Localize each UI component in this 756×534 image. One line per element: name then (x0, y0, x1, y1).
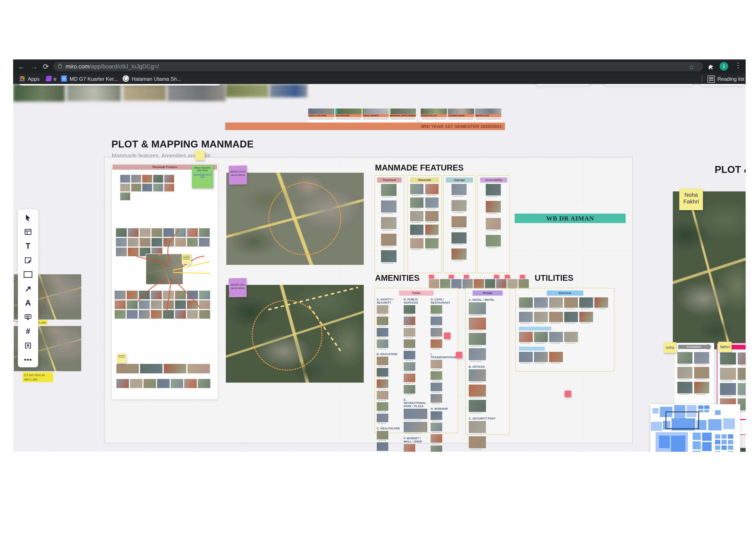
fakhri-small-sticky[interactable]: fakhri (718, 342, 732, 352)
photo-thumbs (410, 184, 440, 252)
browser-menu-icon[interactable]: ⋮ (735, 61, 742, 69)
bookmark-e[interactable]: e (54, 76, 56, 82)
manmade-column-accessibility[interactable]: Accessibility (477, 175, 510, 273)
manmade-column-signage[interactable]: Signage (443, 175, 475, 273)
macro-sticky-note[interactable]: MACRO 1km site Dr Aiman (229, 278, 247, 297)
bookmark-favicon[interactable] (45, 76, 52, 81)
bookmark-globe-icon[interactable] (122, 75, 129, 82)
shape-tool-icon[interactable] (18, 267, 38, 282)
photo-thumb (410, 211, 423, 221)
profile-avatar[interactable]: i (719, 62, 728, 71)
photo-thumb (451, 232, 467, 243)
right-page-title[interactable]: PLOT & (715, 164, 746, 175)
reading-list-icon[interactable] (708, 75, 715, 83)
amenities-private-box[interactable]: Private A. HOTEL / MOTEL B. OFFICES C. S… (465, 288, 510, 435)
yellow-sticky[interactable] (182, 254, 191, 264)
upload-tool-icon[interactable] (18, 339, 38, 353)
comment-tool-icon[interactable] (18, 310, 38, 324)
manmade-poster[interactable]: Manmade Features (111, 164, 218, 400)
satellite-image-micro[interactable] (226, 173, 364, 265)
section-title-manmade[interactable]: MANMADE FEATURES (375, 163, 464, 172)
pen-tool-icon[interactable]: A (18, 296, 38, 310)
photo-thumb (153, 175, 163, 183)
amenities-public-box[interactable]: Public A. SAFETY / SECURITY B. EDUCATION… (375, 288, 458, 433)
photo-thumb (486, 218, 501, 230)
utilities-box[interactable]: Electrical (516, 288, 614, 372)
satellite-image-macro[interactable] (226, 285, 364, 383)
feature-card[interactable]: PUBLIC CAR PARK (308, 109, 335, 123)
photo-thumb (425, 211, 439, 221)
pink-sticky[interactable] (456, 352, 462, 358)
photo-thumb (677, 367, 692, 378)
yellow-sticky[interactable] (195, 150, 205, 160)
photo-caption (487, 247, 498, 248)
feature-card-label: WATER PLANT (475, 114, 501, 117)
reload-icon[interactable]: ⟳ (43, 60, 49, 74)
photo-caption (432, 315, 440, 315)
connector-tool-icon[interactable]: ↗ (18, 282, 38, 296)
select-tool-icon[interactable] (18, 211, 38, 225)
wb-dr-aiman-banner[interactable]: WB DR AIMAN (515, 214, 626, 223)
address-bar[interactable]: miro.com/app/board/o9J_loJgDCg=/ ☆ (53, 62, 703, 71)
manmade-column-manmade[interactable]: Manmade (408, 175, 442, 273)
manmade-column-pavement[interactable]: Pavement (375, 175, 404, 273)
bookmark-md-g7[interactable]: MD G7 Kuarter Ker... (69, 76, 118, 82)
photo-thumb (594, 297, 608, 308)
photo-thumb (534, 352, 548, 362)
extensions-icon[interactable] (708, 63, 715, 70)
back-icon[interactable]: ← (18, 60, 25, 74)
left-caption-2[interactable]: 0.5 km from Ar Alin's site (23, 372, 53, 382)
sticky-note-tool-icon[interactable] (18, 253, 38, 267)
board-canvas[interactable]: PUBLIC CAR PARK PLAYGROUND PUBLIC MARKET… (13, 84, 746, 452)
feature-card[interactable]: PLAYGROUND (335, 109, 362, 123)
photo-thumb (381, 217, 396, 229)
bookmark-halaman[interactable]: Halaman Utama Sh... (132, 76, 181, 82)
photo-caption (378, 326, 386, 327)
feature-card[interactable]: WATER PLANT (475, 109, 501, 123)
photo-thumb (519, 352, 533, 362)
bookmark-doc-icon[interactable] (61, 75, 67, 82)
photo-thumb (431, 360, 442, 369)
semester-banner[interactable]: 3RD YEAR 1ST SEMESTER 2020/2021 (225, 122, 505, 130)
section-title-amenities[interactable]: AMENITIES (375, 273, 419, 283)
photo-thumb (519, 279, 529, 289)
micro-sticky-note[interactable]: MICRO 0.5 km site Dr Aiman (229, 165, 247, 185)
photo-thumbs (486, 184, 503, 252)
noha-small-sticky[interactable]: noha (664, 342, 676, 353)
photo-thumb (377, 442, 388, 451)
yellow-sticky[interactable] (117, 354, 126, 363)
reading-list-label[interactable]: Reading list (717, 76, 744, 82)
photo-thumb (549, 297, 563, 308)
forward-icon[interactable]: → (30, 60, 38, 74)
photo-thumb (120, 184, 130, 191)
more-tools-icon[interactable]: ••• (18, 353, 38, 367)
minimap-viewport[interactable] (665, 412, 699, 429)
pink-sticky[interactable] (444, 332, 450, 339)
bookmark-star-icon[interactable]: ☆ (688, 63, 695, 71)
section-title-utilities[interactable]: UTILITIES (535, 273, 573, 283)
noha-fakhri-sticky[interactable]: Noha Fakhri (679, 189, 703, 210)
apps-grid-icon[interactable] (20, 76, 25, 81)
pink-sticky[interactable] (565, 391, 571, 397)
feature-card[interactable]: MONORAIL DEVELOPMENT (390, 109, 416, 123)
feature-card[interactable]: PUBLIC MARKET (363, 109, 389, 123)
photo-caption (580, 323, 590, 324)
amenity-label: C. HEALTHCARE (377, 427, 402, 430)
bookmark-apps[interactable]: Apps (28, 76, 40, 82)
photo-thumb (425, 184, 439, 194)
minimap-panel[interactable]: |↔| − + 15% (650, 404, 740, 452)
frame-tool-icon[interactable]: # (18, 324, 38, 339)
green-sticky-link[interactable]: https://photos.app.goo.gl/... (193, 173, 212, 178)
text-tool-icon[interactable]: T (18, 239, 38, 253)
green-sticky-note[interactable]: Aiman Rashid's Site Photo https://photos… (192, 165, 213, 188)
satellite-image-right[interactable] (673, 191, 746, 349)
photo-thumb (469, 302, 486, 314)
feature-card[interactable]: COVERED DRAIN (448, 109, 474, 123)
templates-tool-icon[interactable] (18, 225, 38, 239)
photo-thumb (486, 235, 501, 246)
photo-caption (487, 230, 498, 231)
page-title[interactable]: PLOT & MAPPING MANMADE (111, 138, 254, 150)
feature-card[interactable]: FEEDER PILLAR (421, 109, 447, 123)
photo-caption (378, 423, 386, 424)
browser-toolbar: ← → ⟳ miro.com/app/board/o9J_loJgDCg=/ ☆… (13, 60, 746, 74)
